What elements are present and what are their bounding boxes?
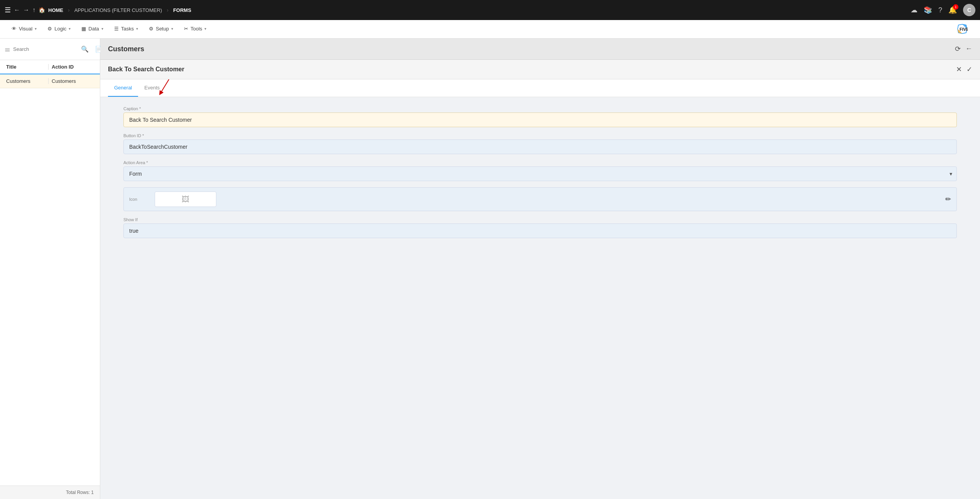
search-bar: ⚌ 🔍 📄 + [0, 39, 100, 60]
tools-icon: ✂ [184, 26, 188, 32]
menu-bar: 👁 Visual ▾ ⚙ Logic ▾ ▦ Data ▾ ☰ Tasks ▾ … [0, 20, 980, 39]
five-logo: FIVE [951, 20, 974, 39]
visual-icon: 👁 [12, 26, 17, 32]
tabs: General Events [100, 79, 980, 97]
confirm-icon[interactable]: ✓ [967, 65, 972, 74]
image-placeholder-icon: 🖼 [182, 195, 189, 204]
caption-label: Caption * [123, 106, 957, 111]
setup-chevron: ▾ [171, 27, 173, 31]
button-id-input[interactable] [123, 139, 957, 154]
caption-field: Caption * [123, 106, 957, 127]
menu-tools[interactable]: ✂ Tools ▾ [179, 20, 212, 38]
icon-edit-pencil[interactable]: ✏ [945, 195, 951, 203]
detail-title: Back To Search Customer [108, 66, 184, 73]
row-title: Customers [6, 78, 48, 84]
col-action-header: Action ID [48, 64, 94, 70]
row-action-id: Customers [48, 78, 94, 84]
menu-visual[interactable]: 👁 Visual ▾ [6, 20, 42, 38]
data-icon: ▦ [81, 26, 86, 32]
notification-icon[interactable]: 🔔 1 [948, 6, 957, 14]
action-area-select[interactable]: Form List Toolbar [123, 166, 957, 181]
caption-input[interactable] [123, 113, 957, 127]
library-icon[interactable]: 📚 [924, 6, 932, 14]
help-icon[interactable]: ? [938, 6, 942, 14]
tab-events[interactable]: Events [138, 79, 166, 97]
home-label[interactable]: HOME [48, 7, 63, 13]
menu-data[interactable]: ▦ Data ▾ [76, 20, 108, 38]
tools-chevron: ▾ [204, 27, 206, 31]
table-header: Title Action ID [0, 60, 100, 74]
history-icon[interactable]: ⟳ [955, 45, 961, 53]
app-label[interactable]: APPLICATIONS (FILTER CUSTOMER) [74, 7, 162, 13]
filter-icon: ⚌ [5, 45, 10, 53]
hamburger-icon[interactable]: ☰ [5, 6, 11, 14]
detail-icons: ✕ ✓ [956, 65, 972, 74]
icon-field-row: Icon 🖼 ✏ [123, 187, 957, 211]
tasks-icon: ☰ [114, 26, 119, 32]
right-header: Customers ⟳ ← [100, 39, 980, 60]
up-button[interactable]: ↑ [32, 7, 35, 13]
right-panel-title: Customers [108, 45, 144, 53]
show-if-input[interactable] [123, 223, 957, 238]
back-arrow-icon[interactable]: ← [965, 45, 972, 53]
data-chevron: ▾ [101, 27, 103, 31]
avatar[interactable]: C [963, 4, 975, 16]
top-nav: ☰ ← → ↑ 🏠 HOME › APPLICATIONS (FILTER CU… [0, 0, 980, 20]
top-icons: ☁ 📚 ? 🔔 1 C [911, 4, 975, 16]
setup-icon: ⚙ [149, 26, 153, 32]
notification-badge: 1 [953, 4, 958, 10]
left-panel: ⚌ 🔍 📄 + Title Action ID Customers Custom… [0, 39, 100, 499]
tab-general[interactable]: General [108, 79, 138, 97]
breadcrumb-sep-2: › [167, 7, 169, 13]
close-icon[interactable]: ✕ [956, 65, 962, 74]
home-icon: 🏠 [39, 7, 45, 13]
visual-chevron: ▾ [35, 27, 37, 31]
cloud-icon[interactable]: ☁ [911, 6, 918, 14]
header-icons: ⟳ ← [955, 45, 972, 53]
button-id-field: Button ID * [123, 133, 957, 154]
show-if-label: Show If [123, 217, 957, 222]
left-footer: Total Rows: 1 [0, 486, 100, 499]
logic-chevron: ▾ [69, 27, 71, 31]
forward-button[interactable]: → [23, 7, 29, 13]
search-input[interactable] [13, 46, 78, 52]
forms-label[interactable]: FORMS [173, 7, 191, 13]
action-area-label: Action Area * [123, 160, 957, 165]
back-button[interactable]: ← [14, 7, 20, 13]
logic-icon: ⚙ [47, 26, 52, 32]
breadcrumb-sep-1: › [68, 7, 70, 13]
svg-text:FIVE: FIVE [960, 27, 968, 32]
action-area-field: Action Area * Form List Toolbar ▾ [123, 160, 957, 181]
form-content: Caption * Button ID * Action Area * Form [100, 97, 980, 499]
col-title-header: Title [6, 64, 48, 70]
menu-logic[interactable]: ⚙ Logic ▾ [42, 20, 76, 38]
right-panel: Customers ⟳ ← Back To Search Customer ✕ … [100, 39, 980, 499]
button-id-label: Button ID * [123, 133, 957, 138]
menu-tasks[interactable]: ☰ Tasks ▾ [109, 20, 143, 38]
detail-header: Back To Search Customer ✕ ✓ [100, 60, 980, 79]
icon-field-label: Icon [129, 197, 148, 202]
action-area-select-wrapper: Form List Toolbar ▾ [123, 166, 957, 181]
search-icon[interactable]: 🔍 [81, 45, 89, 53]
menu-setup[interactable]: ⚙ Setup ▾ [143, 20, 179, 38]
main-layout: ⚌ 🔍 📄 + Title Action ID Customers Custom… [0, 39, 980, 499]
table-row[interactable]: Customers Customers [0, 74, 100, 88]
tasks-chevron: ▾ [136, 27, 138, 31]
total-rows-label: Total Rows: 1 [66, 490, 94, 495]
show-if-field: Show If [123, 217, 957, 238]
icon-preview: 🖼 [155, 192, 216, 207]
